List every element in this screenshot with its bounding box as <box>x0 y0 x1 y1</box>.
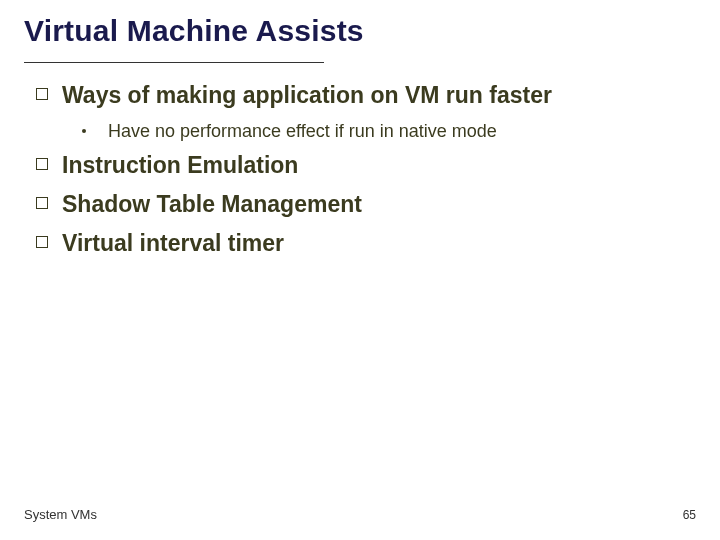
square-bullet-icon <box>36 88 48 100</box>
square-bullet-icon <box>36 158 48 170</box>
footer-left-text: System VMs <box>24 507 97 522</box>
bullet-list: Ways of making application on VM run fas… <box>36 81 696 257</box>
list-item-text: Instruction Emulation <box>62 151 298 180</box>
sub-list-item: Have no performance effect if run in nat… <box>82 120 696 143</box>
slide-title: Virtual Machine Assists <box>24 14 696 58</box>
square-bullet-icon <box>36 197 48 209</box>
list-item: Instruction Emulation <box>36 151 696 180</box>
list-item: Ways of making application on VM run fas… <box>36 81 696 110</box>
title-underline <box>24 62 324 63</box>
sub-list-item-text: Have no performance effect if run in nat… <box>108 120 497 143</box>
list-item-text: Ways of making application on VM run fas… <box>62 81 552 110</box>
list-item-text: Shadow Table Management <box>62 190 362 219</box>
slide-content: Ways of making application on VM run fas… <box>24 81 696 257</box>
slide-footer: System VMs 65 <box>24 507 696 522</box>
list-item: Shadow Table Management <box>36 190 696 219</box>
page-number: 65 <box>683 508 696 522</box>
dot-bullet-icon <box>82 129 86 133</box>
sub-bullet-list: Have no performance effect if run in nat… <box>82 120 696 143</box>
list-item-text: Virtual interval timer <box>62 229 284 258</box>
slide: Virtual Machine Assists Ways of making a… <box>0 0 720 540</box>
list-item: Virtual interval timer <box>36 229 696 258</box>
square-bullet-icon <box>36 236 48 248</box>
